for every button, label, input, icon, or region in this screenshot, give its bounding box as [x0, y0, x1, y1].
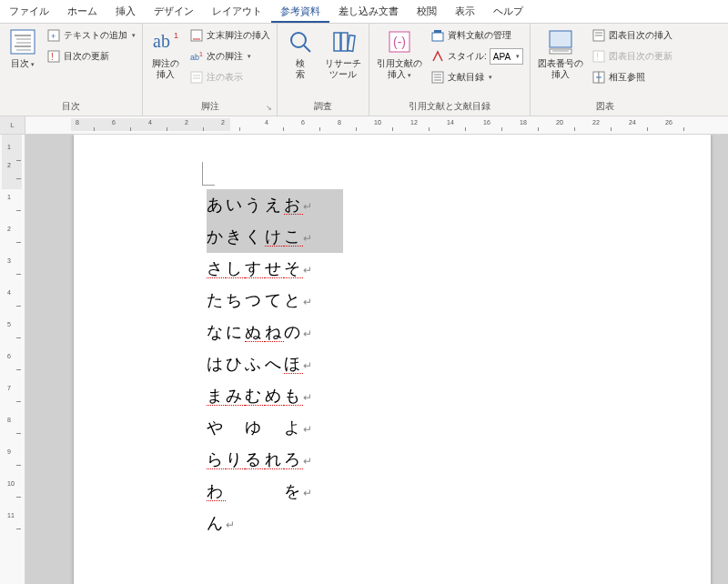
doc-line[interactable]: なにぬねの↵ [207, 317, 343, 348]
show-notes-icon [189, 70, 204, 85]
ruler-mark: 24 [629, 119, 636, 126]
doc-line[interactable]: あいうえお↵ [207, 189, 343, 221]
update-toc-button[interactable]: ! 目次の更新 [44, 46, 138, 66]
toc-group-label: 目次 [4, 98, 138, 116]
chevron-down-icon: ▾ [516, 53, 520, 60]
insert-tof-button[interactable]: 図表目次の挿入 [589, 25, 675, 45]
menu-item-6[interactable]: 差し込み文書 [329, 0, 408, 23]
ruler-mark: 26 [665, 119, 672, 126]
crossref-button[interactable]: 相互参照 [589, 67, 675, 87]
ruler-mark: 6 [301, 119, 305, 126]
paragraph-mark-icon: ↵ [303, 296, 315, 308]
paragraph-mark-icon: ↵ [303, 423, 315, 436]
citation-style-select[interactable]: APA ▾ [490, 48, 523, 65]
svg-rect-38 [593, 51, 604, 62]
insert-fn-label: 脚注の 挿入 [152, 58, 179, 80]
citation-style-row: スタイル: APA ▾ [428, 46, 526, 66]
ruler-mark: 12 [410, 119, 418, 126]
ruler-v-mark: 1 [7, 194, 11, 200]
vertical-ruler[interactable]: 121234567891011 [0, 135, 25, 584]
ribbon-group-figures: 図表番号の 挿入 図表目次の挿入 ! 図表目次の更新 相互参照 図表 [531, 24, 679, 116]
update-toc-icon: ! [46, 49, 61, 64]
insert-tof-label: 図表目次の挿入 [609, 29, 672, 42]
citation-icon: (-) [385, 27, 414, 56]
rtool-label: リサーチ ツール [325, 58, 361, 80]
ruler-v-mark: 7 [7, 385, 11, 391]
insert-citation-button[interactable]: (-) 引用文献の 挿入▾ [373, 25, 426, 82]
search-icon [286, 27, 315, 56]
crossref-label: 相互参照 [609, 71, 645, 84]
menu-item-4[interactable]: レイアウト [203, 0, 271, 23]
toc-button[interactable]: 目次▾ [4, 25, 42, 71]
insert-caption-button[interactable]: 図表番号の 挿入 [534, 25, 587, 82]
research-tool-button[interactable]: リサーチ ツール [321, 25, 365, 82]
ruler-v-mark: 4 [7, 289, 11, 296]
text-cursor [202, 162, 215, 186]
crossref-icon [592, 70, 606, 85]
add-text-icon: + [46, 28, 61, 43]
page[interactable]: あいうえお↵かきくけこ↵さしすせそ↵たちつてと↵なにぬねの↵はひふへほ↵まみむめ… [74, 135, 711, 584]
svg-text:1: 1 [199, 51, 203, 57]
menu-item-9[interactable]: ヘルプ [484, 0, 532, 23]
ruler-v-mark: 6 [7, 353, 11, 359]
svg-rect-16 [191, 72, 202, 83]
doc-line[interactable]: らりるれろ↵ [207, 444, 343, 476]
menu-item-5[interactable]: 参考資料 [271, 0, 329, 23]
footnotes-group-label: 脚注 [147, 98, 273, 116]
insert-en-label: 文末脚注の挿入 [207, 29, 270, 42]
search-button[interactable]: 検 索 [281, 25, 319, 82]
ruler-v-mark: 2 [7, 226, 11, 232]
menu-item-3[interactable]: デザイン [145, 0, 203, 23]
insert-endnote-button[interactable]: 文末脚注の挿入 [187, 25, 273, 45]
ruler-corner: L [0, 116, 25, 134]
ruler-v-mark: 2 [7, 162, 11, 168]
doc-line[interactable]: や ゆ よ↵ [207, 412, 343, 444]
horizontal-ruler[interactable]: L 86422468101214161820222426 [0, 116, 728, 135]
ruler-v-mark: 11 [7, 512, 15, 519]
svg-text:1: 1 [174, 31, 178, 40]
ribbon-group-toc: 目次▾ + テキストの追加 ▾ ! 目次の更新 目次 [0, 24, 143, 116]
svg-rect-26 [432, 33, 443, 41]
doc-line[interactable]: かきくけこ↵ [207, 221, 343, 253]
svg-text:!: ! [596, 52, 599, 62]
biblio-label: 文献目録 [448, 71, 484, 84]
menu-item-7[interactable]: 校閲 [408, 0, 446, 23]
add-text-button[interactable]: + テキストの追加 ▾ [44, 25, 138, 45]
paragraph-mark-icon: ↵ [303, 264, 315, 277]
doc-line[interactable]: はひふへほ↵ [207, 348, 343, 380]
paragraph-mark-icon: ↵ [226, 519, 238, 531]
menu-item-8[interactable]: 表示 [446, 0, 484, 23]
document-area: 121234567891011 あいうえお↵かきくけこ↵さしすせそ↵たちつてと↵… [0, 135, 728, 584]
paragraph-mark-icon: ↵ [303, 455, 315, 468]
ruler-mark: 8 [338, 119, 341, 126]
menu-item-1[interactable]: ホーム [58, 0, 106, 23]
svg-rect-23 [348, 35, 355, 52]
caption-icon [546, 27, 575, 56]
doc-line[interactable]: まみむめも↵ [207, 380, 343, 412]
ruler-mark: 20 [556, 119, 563, 126]
bibliography-button[interactable]: 文献目録 ▾ [428, 67, 526, 87]
manage-sources-button[interactable]: 資料文献の管理 [428, 25, 526, 45]
doc-line[interactable]: わ を↵ [207, 476, 343, 508]
next-footnote-button[interactable]: ab1 次の脚注 ▾ [187, 46, 273, 66]
doc-line[interactable]: ん↵ [207, 508, 343, 539]
doc-line[interactable]: たちつてと↵ [207, 285, 343, 317]
research-icon [329, 27, 358, 56]
update-tof-icon: ! [592, 49, 606, 64]
endnote-icon [189, 28, 204, 43]
svg-text:+: + [51, 32, 56, 41]
chevron-down-icon: ▾ [132, 32, 136, 39]
update-tof-button[interactable]: ! 図表目次の更新 [589, 46, 675, 66]
menu-item-0[interactable]: ファイル [0, 0, 58, 23]
svg-text:ab: ab [190, 53, 199, 62]
menu-item-2[interactable]: 挿入 [106, 0, 145, 23]
show-notes-button[interactable]: 注の表示 [187, 67, 273, 87]
footnotes-dialog-launcher[interactable]: ↘ [266, 104, 275, 113]
svg-text:(-): (-) [393, 35, 406, 49]
paragraph-mark-icon: ↵ [303, 327, 315, 340]
add-text-label: テキストの追加 [64, 29, 127, 42]
ruler-v-mark: 3 [7, 257, 11, 264]
svg-text:!: ! [51, 52, 54, 62]
insert-footnote-button[interactable]: ab1 脚注の 挿入 [147, 25, 185, 82]
doc-line[interactable]: さしすせそ↵ [207, 253, 343, 285]
